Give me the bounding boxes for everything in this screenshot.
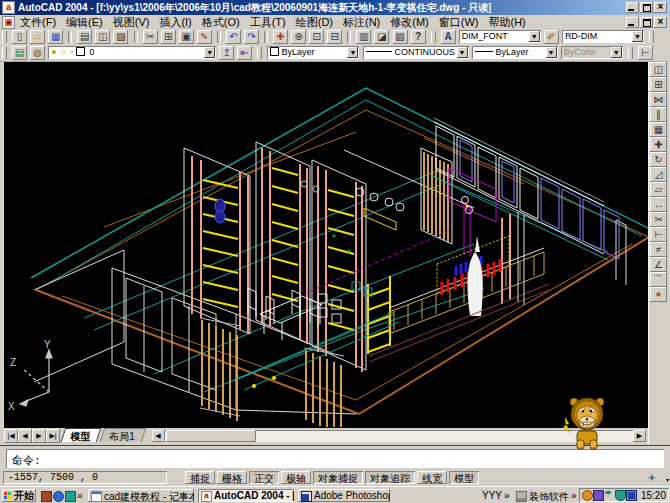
menu-modify[interactable]: 修改(M) xyxy=(385,15,434,30)
printer-icon[interactable] xyxy=(516,491,527,502)
quicklaunch-more-chevron[interactable]: » xyxy=(77,490,83,501)
communication-center-icon[interactable]: ✈ xyxy=(648,472,662,484)
toggle-snap[interactable]: 捕捉 xyxy=(185,471,215,484)
erase-icon[interactable]: ◫ xyxy=(650,62,667,77)
quicklaunch-ie-icon[interactable] xyxy=(53,491,64,502)
match-properties-icon[interactable]: ✎ xyxy=(197,30,212,44)
zoom-previous-icon[interactable]: ⊟ xyxy=(327,30,342,44)
open-icon[interactable]: ▱ xyxy=(30,30,45,44)
rotate-icon[interactable]: ↻ xyxy=(650,152,667,167)
layer-combo[interactable]: ● ☼ ▫ 0▼ xyxy=(48,46,216,59)
doc-close-button[interactable]: × xyxy=(654,17,667,28)
toolbar-grip[interactable] xyxy=(649,31,654,43)
redo-icon[interactable]: ↷ xyxy=(244,30,259,44)
text-style-icon[interactable]: A xyxy=(441,30,456,44)
taskbar-app-photoshop[interactable]: Adobe Photoshop xyxy=(298,489,390,502)
move-icon[interactable]: ✚ xyxy=(650,137,667,152)
linetype-combo[interactable]: CONTINUOUS▼ xyxy=(363,46,469,59)
chamfer-icon[interactable]: ∠ xyxy=(650,257,667,272)
band-more-chevron[interactable]: » xyxy=(504,490,510,501)
doc-restore-button[interactable] xyxy=(640,17,653,28)
tray-display-icon[interactable] xyxy=(626,490,637,501)
scroll-left-button[interactable]: ◀ xyxy=(152,430,165,442)
make-object-layer-icon[interactable]: ↥ xyxy=(219,46,234,60)
quicklaunch-player-icon[interactable] xyxy=(65,491,76,502)
drawing-canvas[interactable]: Y X Z xyxy=(4,62,648,428)
document-icon[interactable]: ▣ xyxy=(2,16,15,29)
tray-lion-icon[interactable] xyxy=(582,490,593,501)
quicklaunch-desktop-icon[interactable] xyxy=(41,491,52,502)
menu-file[interactable]: 文件(F) xyxy=(15,15,61,30)
status-tray-arrow-icon[interactable]: ▾ xyxy=(666,476,669,483)
close-button[interactable]: × xyxy=(654,2,667,13)
band-more-chevron-2[interactable]: » xyxy=(571,490,577,501)
autocad-app-icon[interactable]: a xyxy=(2,1,15,14)
plot-icon[interactable]: ▤ xyxy=(77,30,92,44)
properties-icon[interactable]: ◪ xyxy=(374,30,389,44)
layers-icon[interactable]: ▤ xyxy=(12,46,27,60)
taskbar-band-label-2[interactable]: 装饰软件 xyxy=(529,490,569,503)
doc-minimize-button[interactable] xyxy=(626,17,639,28)
lengthen-icon[interactable]: ↔ xyxy=(650,197,667,212)
lineweight-combo[interactable]: ByLayer▼ xyxy=(472,46,558,59)
fillet-icon[interactable]: ⌒ xyxy=(650,272,667,287)
tab-first-button[interactable]: |◀ xyxy=(4,429,18,443)
toolbar-grip[interactable] xyxy=(431,31,436,43)
copy-object-icon[interactable]: ⊞ xyxy=(650,77,667,92)
layer-states-icon[interactable]: ◍ xyxy=(30,46,45,60)
menu-tools[interactable]: 工具(T) xyxy=(245,15,291,30)
toggle-polar[interactable]: 极轴 xyxy=(281,471,311,484)
tray-shield-icon[interactable] xyxy=(615,490,626,501)
save-icon[interactable]: ▦ xyxy=(48,30,63,44)
toggle-grid[interactable]: 栅格 xyxy=(217,471,247,484)
toolbar-grip[interactable] xyxy=(2,47,7,59)
trim-icon[interactable]: ✂ xyxy=(650,212,667,227)
color-combo[interactable]: ByLayer▼ xyxy=(267,46,359,59)
tray-umbrella-icon[interactable]: ☂ xyxy=(604,490,613,499)
tab-model[interactable]: 模型 xyxy=(61,428,102,442)
dim-style-icon[interactable]: ✐ xyxy=(544,30,559,44)
toolbar-grip[interactable] xyxy=(257,47,262,59)
scroll-right-button[interactable]: ▶ xyxy=(633,430,646,442)
offset-icon[interactable]: ∥ xyxy=(650,107,667,122)
array-icon[interactable]: ▦ xyxy=(650,122,667,137)
toolbar-grip[interactable] xyxy=(628,47,633,59)
mirror-icon[interactable]: ⋈ xyxy=(650,92,667,107)
toggle-ortho[interactable]: 正交 xyxy=(249,471,279,484)
tab-last-button[interactable]: ▶| xyxy=(46,429,60,443)
layer-previous-icon[interactable]: ⇤ xyxy=(237,46,252,60)
tab-prev-button[interactable]: ◀ xyxy=(18,429,32,443)
minimize-button[interactable] xyxy=(626,2,639,13)
copy-icon[interactable]: ⊞ xyxy=(161,30,176,44)
tab-next-button[interactable]: ▶ xyxy=(32,429,46,443)
zoom-realtime-icon[interactable]: ⊕ xyxy=(291,30,306,44)
restore-button[interactable] xyxy=(640,2,653,13)
menu-insert[interactable]: 插入(I) xyxy=(154,15,196,30)
menu-window[interactable]: 窗口(W) xyxy=(434,15,484,30)
zoom-window-icon[interactable]: ⊡ xyxy=(309,30,324,44)
toggle-osnap[interactable]: 对象捕捉 xyxy=(313,471,363,484)
paste-icon[interactable]: ▣ xyxy=(179,30,194,44)
start-button[interactable]: 开始 xyxy=(2,489,36,502)
tray-app-icon[interactable] xyxy=(593,490,604,501)
taskbar-app-notepad[interactable]: cad建模教程 - 记事本 xyxy=(88,489,194,502)
help-icon[interactable]: ? xyxy=(411,30,426,44)
stretch-icon[interactable]: ▱ xyxy=(650,182,667,197)
dim-linear-icon[interactable]: ⊢ xyxy=(638,46,653,60)
new-icon[interactable]: ▯ xyxy=(12,30,27,44)
tab-layout1[interactable]: 布局1 xyxy=(100,428,146,442)
scroll-thumb[interactable] xyxy=(166,430,256,442)
designcenter-icon[interactable]: ▥ xyxy=(356,30,371,44)
dim-style-combo[interactable]: RD-DIM▼ xyxy=(562,30,644,43)
taskbar-band-label[interactable]: YYY xyxy=(482,490,502,501)
undo-icon[interactable]: ↶ xyxy=(226,30,241,44)
menu-dimension[interactable]: 标注(N) xyxy=(338,15,385,30)
scale-icon[interactable]: ◿ xyxy=(650,167,667,182)
explode-icon[interactable]: ✶ xyxy=(650,287,667,302)
extend-icon[interactable]: ⊢ xyxy=(650,227,667,242)
menu-help[interactable]: 帮助(H) xyxy=(484,15,531,30)
cut-icon[interactable]: ✂ xyxy=(143,30,158,44)
lion-mascot[interactable] xyxy=(560,393,610,452)
menu-edit[interactable]: 编辑(E) xyxy=(61,15,108,30)
toolbar-grip[interactable] xyxy=(2,31,7,43)
